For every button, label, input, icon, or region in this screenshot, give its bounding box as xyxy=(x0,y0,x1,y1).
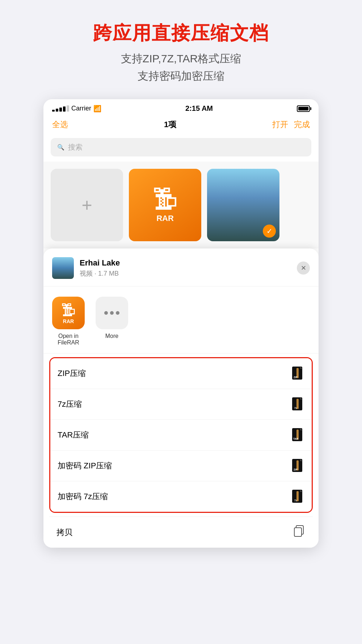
encrypted-zip-label: 加密码 ZIP压缩 xyxy=(58,460,112,471)
more-dots-icon xyxy=(104,311,119,315)
svg-rect-21 xyxy=(294,528,302,536)
svg-text:7z: 7z xyxy=(294,499,297,502)
status-bar: Carrier 📶 2:15 AM xyxy=(43,99,319,116)
promo-section: 跨应用直接压缩文档 支持ZIP,7Z,TAR格式压缩 支持密码加密压缩 xyxy=(0,0,362,99)
file-grid: + 🗜 RAR ✓ xyxy=(43,162,319,248)
search-icon: 🔍 xyxy=(57,144,64,151)
encrypted-zip-icon: ZIP xyxy=(291,459,304,473)
select-all-button[interactable]: 全选 xyxy=(52,119,68,130)
7z-compress-action[interactable]: 7z压缩 7z xyxy=(50,389,312,420)
encrypted-7z-label: 加密码 7z压缩 xyxy=(58,491,108,502)
battery-icon xyxy=(297,105,310,112)
7z-compress-label: 7z压缩 xyxy=(58,399,82,410)
rar-app-label: RAR xyxy=(63,318,74,324)
encrypted-7z-icon: 7z xyxy=(291,489,304,504)
status-time: 2:15 AM xyxy=(185,104,213,113)
carrier-info: Carrier 📶 xyxy=(52,105,101,113)
svg-text:ZIP: ZIP xyxy=(294,376,298,379)
promo-subtitle: 支持ZIP,7Z,TAR格式压缩 支持密码加密压缩 xyxy=(14,50,348,85)
file-thumbnail xyxy=(52,257,74,279)
file-name: Erhai Lake xyxy=(80,258,297,268)
add-file-cell[interactable]: + xyxy=(51,169,123,241)
zip-compress-label: ZIP压缩 xyxy=(58,368,86,379)
more-item[interactable]: More xyxy=(96,297,128,346)
share-sheet: Erhai Lake 视频 · 1.7 MB ✕ 🗜 RAR Open inFi… xyxy=(43,248,319,548)
open-in-fileRAR-item[interactable]: 🗜 RAR Open inFileRAR xyxy=(52,297,85,346)
signal-icon xyxy=(52,105,69,112)
plus-icon: + xyxy=(81,195,92,216)
file-info-header: Erhai Lake 视频 · 1.7 MB ✕ xyxy=(43,248,319,287)
phone-frame: Carrier 📶 2:15 AM 全选 1项 打开 完成 🔍 搜索 + 🗜 R… xyxy=(43,99,319,548)
encrypted-7z-action[interactable]: 加密码 7z压缩 7z xyxy=(50,481,312,512)
rar-label: RAR xyxy=(156,214,174,223)
open-button[interactable]: 打开 xyxy=(272,119,288,130)
nav-bar: 全选 1项 打开 完成 xyxy=(43,116,319,134)
file-info-text: Erhai Lake 视频 · 1.7 MB xyxy=(80,258,297,278)
more-app-icon xyxy=(96,297,128,329)
actions-list: ZIP压缩 ZIP 7z压缩 xyxy=(49,357,313,513)
wifi-icon: 📶 xyxy=(93,105,101,113)
more-label: More xyxy=(105,333,118,339)
zip-compress-action[interactable]: ZIP压缩 ZIP xyxy=(50,358,312,389)
svg-text:TAR: TAR xyxy=(293,438,298,440)
promo-title: 跨应用直接压缩文档 xyxy=(14,22,348,44)
tar-compress-label: TAR压缩 xyxy=(58,430,89,440)
svg-text:7z: 7z xyxy=(294,407,297,409)
search-placeholder: 搜索 xyxy=(68,142,83,152)
copy-action[interactable]: 拷贝 xyxy=(49,517,313,548)
svg-text:ZIP: ZIP xyxy=(294,468,298,471)
copy-label: 拷贝 xyxy=(56,527,72,538)
open-in-fileRAR-label: Open inFileRAR xyxy=(58,333,79,346)
copy-icon xyxy=(293,525,306,540)
file-meta: 视频 · 1.7 MB xyxy=(80,269,297,278)
nav-title: 1项 xyxy=(164,119,176,130)
carrier-label: Carrier xyxy=(71,105,91,112)
tar-icon: TAR xyxy=(291,428,304,442)
close-button[interactable]: ✕ xyxy=(297,262,310,275)
tar-compress-action[interactable]: TAR压缩 TAR xyxy=(50,420,312,451)
zip-icon: ZIP xyxy=(291,366,304,381)
nav-actions: 打开 完成 xyxy=(272,119,310,130)
search-bar: 🔍 搜索 xyxy=(43,134,319,162)
app-icons-row: 🗜 RAR Open inFileRAR More xyxy=(43,287,319,354)
7z-icon: 7z xyxy=(291,397,304,411)
fileRAR-app-icon: 🗜 RAR xyxy=(52,297,85,329)
rar-icon: 🗜 xyxy=(61,302,76,318)
search-input[interactable]: 🔍 搜索 xyxy=(51,138,311,156)
photo-file-cell[interactable]: ✓ xyxy=(207,169,279,241)
rar-zip-icon: 🗜 xyxy=(152,187,178,212)
encrypted-zip-action[interactable]: 加密码 ZIP压缩 ZIP xyxy=(50,451,312,481)
done-button[interactable]: 完成 xyxy=(294,119,310,130)
rar-file-cell[interactable]: 🗜 RAR xyxy=(129,169,201,241)
